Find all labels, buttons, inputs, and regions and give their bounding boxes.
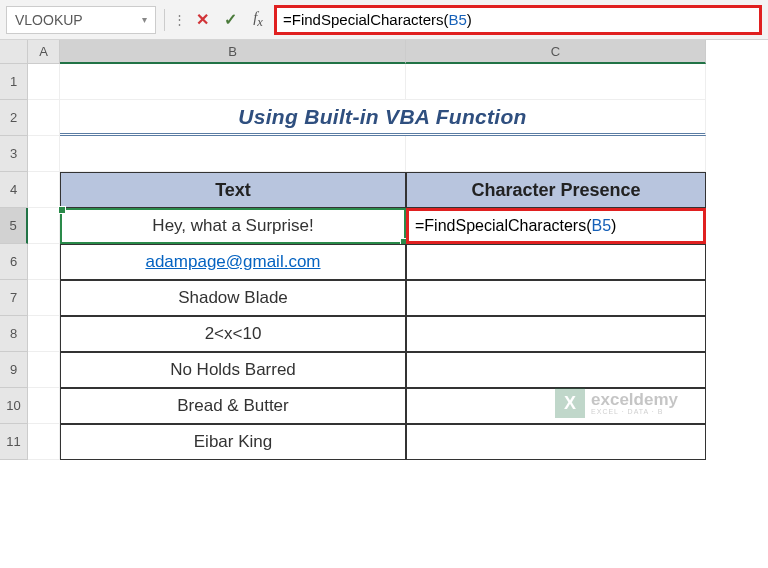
c5-ref: B5: [592, 217, 612, 235]
watermark-tag: EXCEL · DATA · B: [591, 408, 678, 415]
c5-fn: FindSpecialCharacters(: [424, 217, 591, 235]
select-all-corner[interactable]: [0, 40, 28, 64]
cell-a3[interactable]: [28, 136, 60, 172]
cell-b9[interactable]: No Holds Barred: [60, 352, 406, 388]
header-text[interactable]: Text: [60, 172, 406, 208]
cell-a11[interactable]: [28, 424, 60, 460]
confirm-button[interactable]: ✓: [218, 8, 242, 32]
cell-b5[interactable]: Hey, what a Surprise!: [60, 208, 406, 244]
check-icon: ✓: [224, 10, 237, 29]
cell-a9[interactable]: [28, 352, 60, 388]
cancel-button[interactable]: ✕: [190, 8, 214, 32]
cell-c8[interactable]: [406, 316, 706, 352]
cell-c9[interactable]: [406, 352, 706, 388]
cell-b8[interactable]: 2<x<10: [60, 316, 406, 352]
cell-b6[interactable]: adampage@gmail.com: [60, 244, 406, 280]
c5-eq: =: [415, 217, 424, 235]
fx-icon: fx: [253, 9, 263, 30]
email-link[interactable]: adampage@gmail.com: [145, 252, 320, 272]
cell-b7[interactable]: Shadow Blade: [60, 280, 406, 316]
col-header-a[interactable]: A: [28, 40, 60, 64]
cell-a4[interactable]: [28, 172, 60, 208]
col-header-c[interactable]: C: [406, 40, 706, 64]
row-header-7[interactable]: 7: [0, 280, 28, 316]
cell-b3[interactable]: [60, 136, 406, 172]
fx-button[interactable]: fx: [246, 8, 270, 32]
cell-a10[interactable]: [28, 388, 60, 424]
title-cell[interactable]: Using Built-in VBA Function: [60, 100, 706, 136]
row-header-1[interactable]: 1: [0, 64, 28, 100]
formula-suffix: ): [467, 11, 472, 28]
cell-b1[interactable]: [60, 64, 406, 100]
watermark: X exceldemy EXCEL · DATA · B: [555, 388, 678, 418]
cell-a6[interactable]: [28, 244, 60, 280]
watermark-brand: exceldemy: [591, 391, 678, 408]
formula-fn: FindSpecialCharacters(: [292, 11, 449, 28]
formula-ref: B5: [449, 11, 467, 28]
header-presence[interactable]: Character Presence: [406, 172, 706, 208]
row-header-4[interactable]: 4: [0, 172, 28, 208]
formula-eq: =: [283, 11, 292, 28]
cell-c3[interactable]: [406, 136, 706, 172]
cell-a2[interactable]: [28, 100, 60, 136]
colon-icon: ⋮: [173, 12, 186, 27]
cell-a5[interactable]: [28, 208, 60, 244]
row-header-2[interactable]: 2: [0, 100, 28, 136]
cell-a1[interactable]: [28, 64, 60, 100]
cell-c7[interactable]: [406, 280, 706, 316]
cell-c5[interactable]: =FindSpecialCharacters(B5): [406, 208, 706, 244]
row-header-9[interactable]: 9: [0, 352, 28, 388]
row-header-6[interactable]: 6: [0, 244, 28, 280]
row-header-11[interactable]: 11: [0, 424, 28, 460]
row-header-8[interactable]: 8: [0, 316, 28, 352]
formula-toolbar: VLOOKUP ▾ ⋮ ✕ ✓ fx =FindSpecialCharacter…: [0, 0, 768, 40]
excel-icon: X: [555, 388, 585, 418]
name-box[interactable]: VLOOKUP ▾: [6, 6, 156, 34]
cell-b10[interactable]: Bread & Butter: [60, 388, 406, 424]
col-header-b[interactable]: B: [60, 40, 406, 64]
cell-c1[interactable]: [406, 64, 706, 100]
cell-b11[interactable]: Eibar King: [60, 424, 406, 460]
row-header-3[interactable]: 3: [0, 136, 28, 172]
row-header-10[interactable]: 10: [0, 388, 28, 424]
divider: [164, 9, 165, 31]
cell-a7[interactable]: [28, 280, 60, 316]
row-header-5[interactable]: 5: [0, 208, 28, 244]
formula-bar[interactable]: =FindSpecialCharacters(B5): [274, 5, 762, 35]
cell-a8[interactable]: [28, 316, 60, 352]
c5-suffix: ): [611, 217, 616, 235]
chevron-down-icon[interactable]: ▾: [142, 14, 147, 25]
name-box-value: VLOOKUP: [15, 12, 83, 28]
cell-c11[interactable]: [406, 424, 706, 460]
cell-c6[interactable]: [406, 244, 706, 280]
x-icon: ✕: [196, 10, 209, 29]
